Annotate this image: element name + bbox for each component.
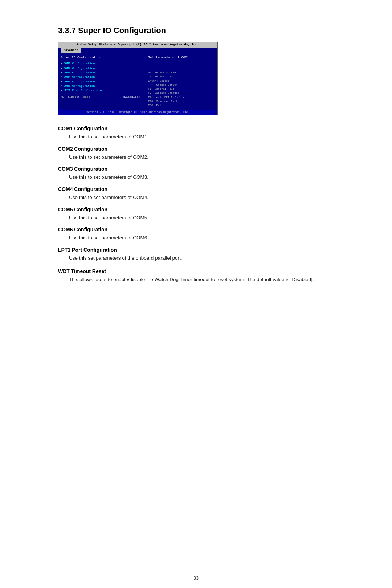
bios-title-text: Aptio Setup Utility - Copyright (C) 2012… <box>77 43 199 46</box>
doc-com6-heading: COM6 Configuration <box>58 227 334 232</box>
bios-title-bar: Aptio Setup Utility - Copyright (C) 2012… <box>58 42 217 48</box>
content-area: 3.3.7 Super IO Configuration Aptio Setup… <box>0 15 392 568</box>
bios-right-desc: Set Parameters of COM1 <box>148 56 215 60</box>
arrow-icon: ► <box>61 66 62 70</box>
doc-com4-heading: COM4 Configuration <box>58 186 334 192</box>
doc-wdt-heading: WDT Timeout Reset <box>58 268 334 274</box>
bottom-section <box>0 568 392 572</box>
bios-left-panel: Super IO Configuration ► COM1 Configurat… <box>58 55 146 108</box>
doc-com5-body: Use this to set parameters of COM5. <box>58 214 334 222</box>
arrow-icon: ► <box>61 75 62 79</box>
doc-com6-body: Use this to set parameters of COM6. <box>58 234 334 242</box>
arrow-icon: ► <box>61 89 62 92</box>
arrow-icon: ► <box>61 62 62 65</box>
doc-com5: COM5 Configuration Use this to set param… <box>58 207 334 222</box>
page-wrapper: 3.3.7 Super IO Configuration Aptio Setup… <box>0 0 392 588</box>
doc-com1-body: Use this to set parameters of COM1. <box>58 133 334 141</box>
bios-tab-advanced[interactable]: Advanced <box>61 48 81 53</box>
help-line-5: F1: General Help <box>148 87 215 91</box>
doc-com4-body: Use this to set parameters of COM4. <box>58 194 334 202</box>
bios-help-panel: →←: Select Screen ↑↓: Select Item Enter:… <box>148 71 215 108</box>
doc-lpt1-heading: LPT1 Port Configuration <box>58 247 334 253</box>
section-title-text: Super IO Configuration <box>78 26 166 35</box>
bios-menu-com6[interactable]: ► COM6 Configuration <box>61 84 144 88</box>
bios-body: Super IO Configuration ► COM1 Configurat… <box>58 54 217 110</box>
bios-wdt-row: WDT Timeout Reset [Disabled] <box>61 95 144 99</box>
bios-footer-text: Version 2.15.1234. Copyright (C) 2012 Am… <box>86 111 189 114</box>
bios-screenshot: Aptio Setup Utility - Copyright (C) 2012… <box>58 42 218 115</box>
doc-com2: COM2 Configuration Use this to set param… <box>58 146 334 161</box>
doc-lpt1-body: Use this set parameters of the onboard p… <box>58 254 334 262</box>
doc-com4: COM4 Configuration Use this to set param… <box>58 186 334 202</box>
arrow-icon: ► <box>61 71 62 74</box>
section-title: 3.3.7 Super IO Configuration <box>58 26 334 35</box>
help-line-1: →←: Select Screen <box>148 71 215 75</box>
help-line-2: ↑↓: Select Item <box>148 75 215 79</box>
doc-com1-heading: COM1 Configuration <box>58 126 334 131</box>
bios-menu-com2[interactable]: ► COM2 Configuration <box>61 66 144 70</box>
bios-menu-com3[interactable]: ► COM3 Configuration <box>61 70 144 75</box>
doc-com1: COM1 Configuration Use this to set param… <box>58 126 334 141</box>
bios-tab-bar: Advanced <box>58 48 217 54</box>
help-line-9: ESC: Exit <box>148 104 215 108</box>
help-line-4: +/-: Change Option <box>148 83 215 87</box>
doc-lpt1: LPT1 Port Configuration Use this set par… <box>58 247 334 262</box>
doc-com3-body: Use this to set parameters of COM3. <box>58 173 334 181</box>
bios-menu-com4[interactable]: ► COM4 Configuration <box>61 75 144 79</box>
doc-com2-heading: COM2 Configuration <box>58 146 334 152</box>
bios-footer: Version 2.15.1234. Copyright (C) 2012 Am… <box>58 110 217 115</box>
doc-com5-heading: COM5 Configuration <box>58 207 334 212</box>
page-number: 33 <box>0 572 392 588</box>
bios-right-panel: Set Parameters of COM1 →←: Select Screen… <box>146 55 217 108</box>
bios-menu-com1[interactable]: ► COM1 Configuration <box>61 61 144 66</box>
help-line-6: F7: Discard Changes <box>148 91 215 95</box>
doc-com3: COM3 Configuration Use this to set param… <box>58 166 334 181</box>
bios-menu-lpt1[interactable]: ► LPT1 Port Configuration <box>61 88 144 93</box>
bios-wdt-value: [Disabled] <box>123 95 140 99</box>
help-line-8: F10: Save and Exit <box>148 100 215 104</box>
help-line-3: Enter: Select <box>148 79 215 83</box>
bios-menu-com5[interactable]: ► COM5 Configuration <box>61 80 144 84</box>
doc-com2-body: Use this to set parameters of COM2. <box>58 153 334 161</box>
doc-wdt-body: This allows users to enable/disable the … <box>58 276 334 284</box>
bottom-rule <box>58 568 334 568</box>
doc-com3-heading: COM3 Configuration <box>58 166 334 172</box>
doc-wdt: WDT Timeout Reset This allows users to e… <box>58 268 334 284</box>
bios-screen-title: Super IO Configuration <box>61 56 144 60</box>
bios-wdt-label: WDT Timeout Reset <box>61 95 90 99</box>
help-line-7: F9: Load UEFI Defaults <box>148 96 215 100</box>
doc-com6: COM6 Configuration Use this to set param… <box>58 227 334 242</box>
section-number: 3.3.7 <box>58 26 76 35</box>
arrow-icon: ► <box>61 80 62 84</box>
arrow-icon: ► <box>61 84 62 88</box>
